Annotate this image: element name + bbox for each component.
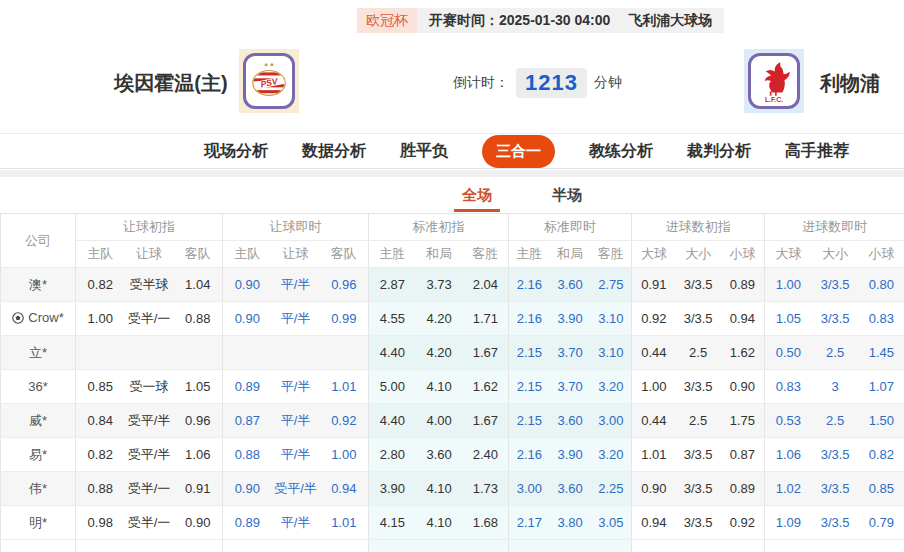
odds-row[interactable]: 易* 0.82 受平/半 1.06 0.88 平/半 1.00 2.80 3.6…	[1, 438, 904, 472]
company-cell: 易*	[1, 438, 76, 472]
odds-row[interactable]: Crow* 1.00 受半/一 0.88 0.90 平/半 0.99 4.55 …	[1, 302, 904, 336]
nav-tab[interactable]: 数据分析	[302, 141, 366, 162]
odds-cell: 1.06	[174, 438, 223, 472]
odds-cell: 0.89	[721, 472, 765, 506]
period-subtab[interactable]: 半场	[544, 185, 590, 209]
odds-cell: 0.85	[859, 472, 904, 506]
company-name: 易*	[29, 447, 47, 462]
odds-cell: 0.79	[859, 506, 904, 540]
odds-cell: 1.62	[721, 336, 765, 370]
odds-cell: 3.05	[591, 506, 632, 540]
group-goals-live: 进球数即时	[765, 214, 904, 241]
odds-cell: 1.06	[765, 438, 812, 472]
odds-cell: 1.09	[765, 506, 812, 540]
odds-cell: 3.73	[416, 268, 463, 302]
countdown-label: 倒计时：	[453, 74, 509, 92]
subcol: 小球	[859, 241, 904, 268]
subcol: 主胜	[509, 241, 550, 268]
odds-cell: 0.83	[765, 370, 812, 404]
odds-row[interactable]: 立* 4.40 4.20 1.67 2.15 3.70 3.10 0.44	[1, 336, 904, 370]
odds-cell: 2.5	[812, 404, 859, 438]
subcol: 大小	[676, 241, 721, 268]
odds-cell: 3/3.5	[676, 506, 721, 540]
odds-cell: 2.87	[369, 268, 416, 302]
odds-cell: 3.90	[550, 302, 591, 336]
odds-cell: 0.44	[632, 336, 676, 370]
odds-cell: 0.89	[223, 506, 272, 540]
odds-cell: 1.01	[320, 506, 369, 540]
odds-row[interactable]: 36* 0.85 受一球 1.05 0.89 平/半 1.01 5.00 4.1…	[1, 370, 904, 404]
group-standard-initial: 标准初指	[369, 214, 509, 241]
group-goals-initial: 进球数初指	[632, 214, 765, 241]
odds-cell: 0.94	[320, 472, 369, 506]
period-subtabs: 全场 半场	[70, 177, 904, 213]
group-handicap-live: 让球即时	[223, 214, 369, 241]
odds-cell: 1.02	[765, 472, 812, 506]
odds-cell: 1.00	[632, 370, 676, 404]
odds-cell	[174, 336, 223, 370]
company-cell: 36*	[1, 370, 76, 404]
odds-cell	[76, 336, 125, 370]
odds-cell	[272, 336, 320, 370]
nav-tab[interactable]: 裁判分析	[687, 141, 751, 162]
company-cell: Crow*	[1, 302, 76, 336]
odds-cell: 3.90	[369, 472, 416, 506]
odds-cell: 受半/一	[125, 302, 174, 336]
odds-cell: 3/3.5	[676, 268, 721, 302]
odds-cell: 4.10	[416, 506, 463, 540]
company-cell: 明*	[1, 506, 76, 540]
subcol: 客队	[320, 241, 369, 268]
odds-cell: 1.01	[320, 370, 369, 404]
odds-cell: 3/3.5	[812, 302, 859, 336]
odds-cell: 3.10	[591, 336, 632, 370]
odds-cell: 3.80	[550, 506, 591, 540]
col-company: 公司	[1, 214, 76, 268]
odds-cell: 4.00	[416, 404, 463, 438]
nav-tab[interactable]: 现场分析	[204, 141, 268, 162]
subcol: 大小	[812, 241, 859, 268]
psv-crest-icon: PSV	[243, 53, 295, 109]
odds-cell: 2.5	[676, 336, 721, 370]
away-badge-text: L.F.C.	[765, 96, 783, 103]
odds-cell: 受平/半	[125, 438, 174, 472]
odds-cell: 1.00	[320, 438, 369, 472]
odds-cell: 1.62	[463, 370, 509, 404]
odds-cell: 3.00	[509, 472, 550, 506]
odds-cell: 3/3.5	[812, 506, 859, 540]
odds-cell: 0.85	[76, 370, 125, 404]
subcol: 大球	[632, 241, 676, 268]
odds-row[interactable]: 明* 0.98 受半/一 0.90 0.89 平/半 1.01 4.15 4.1…	[1, 506, 904, 540]
odds-cell: 4.10	[416, 370, 463, 404]
odds-cell: 4.20	[416, 336, 463, 370]
section-divider	[0, 170, 904, 177]
nav-tab[interactable]: 三合一	[482, 135, 555, 168]
company-cell: 威*	[1, 404, 76, 438]
subcol: 让球	[125, 241, 174, 268]
odds-cell: 2.16	[509, 268, 550, 302]
match-odds-page: 欧冠杯 开赛时间：2025-01-30 04:00 飞利浦大球场 埃因霍温(主)…	[0, 0, 904, 552]
nav-tab[interactable]: 教练分析	[589, 141, 653, 162]
odds-row[interactable]: 威* 0.84 受平/半 0.96 0.87 平/半 0.92 4.40 4.0…	[1, 404, 904, 438]
odds-cell: 0.89	[223, 370, 272, 404]
match-info-bar: 欧冠杯 开赛时间：2025-01-30 04:00 飞利浦大球场	[357, 8, 724, 33]
period-subtab[interactable]: 全场	[454, 185, 500, 212]
subcol: 主胜	[369, 241, 416, 268]
odds-cell: 1.73	[463, 472, 509, 506]
odds-cell: 平/半	[272, 438, 320, 472]
odds-cell: 0.90	[632, 472, 676, 506]
company-name: Crow*	[28, 310, 63, 325]
odds-cell: 4.15	[369, 506, 416, 540]
odds-cell: 0.90	[223, 268, 272, 302]
odds-cell: 3/3.5	[676, 438, 721, 472]
odds-cell: 0.88	[174, 302, 223, 336]
company-name: 威*	[29, 413, 47, 428]
nav-tab[interactable]: 高手推荐	[785, 141, 849, 162]
nav-tab[interactable]: 胜平负	[400, 141, 448, 162]
odds-cell: 0.80	[859, 268, 904, 302]
odds-row[interactable]: 澳* 0.82 受半球 1.04 0.90 平/半 0.96 2.87 3.73…	[1, 268, 904, 302]
odds-table-header: 公司 让球初指 让球即时 标准初指 标准即时 进球数初指 进球数即时 主队 让球…	[1, 214, 904, 268]
odds-cell: 3.20	[591, 438, 632, 472]
odds-row[interactable]: 伟* 0.88 受半/一 0.91 0.90 受平/半 0.94 3.90 4.…	[1, 472, 904, 506]
odds-cell: 0.89	[721, 268, 765, 302]
odds-cell: 3/3.5	[812, 472, 859, 506]
